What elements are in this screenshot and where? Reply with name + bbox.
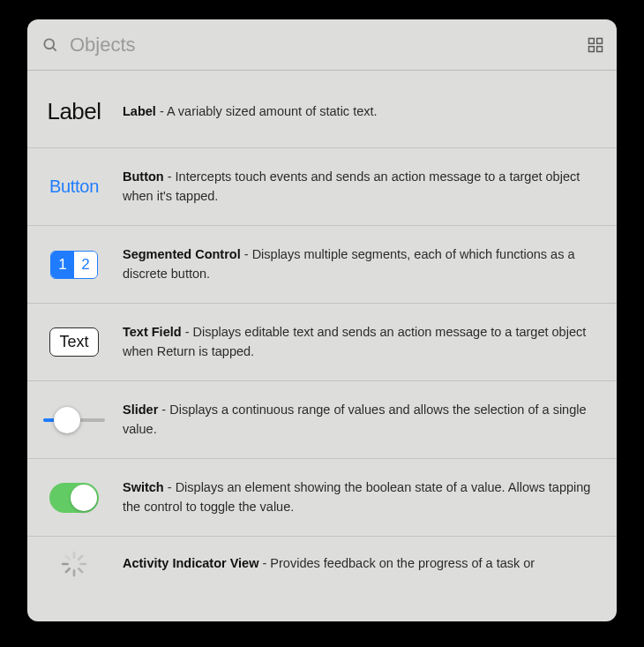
svg-line-9 (79, 568, 82, 572)
item-description: Button - Intercepts touch events and sen… (123, 168, 603, 205)
svg-line-1 (53, 47, 56, 50)
segmented-control-thumbnail: 1 2 (38, 251, 110, 279)
item-description: Segmented Control - Displays multiple se… (123, 245, 603, 282)
object-list[interactable]: Label Label - A variably sized amount of… (27, 71, 617, 621)
list-item[interactable]: Activity Indicator View - Provides feedb… (27, 537, 617, 579)
svg-rect-3 (597, 38, 603, 43)
list-item[interactable]: Button Button - Intercepts touch events … (27, 148, 617, 226)
list-item[interactable]: Text Text Field - Displays editable text… (27, 304, 617, 381)
spinner-thumbnail (38, 549, 110, 579)
svg-line-7 (79, 556, 82, 560)
spinner-icon (59, 549, 89, 579)
search-input[interactable] (68, 33, 587, 57)
svg-rect-2 (589, 38, 595, 43)
svg-line-13 (66, 556, 70, 560)
item-description: Activity Indicator View - Provides feedb… (123, 554, 535, 573)
switch-thumbnail (38, 483, 110, 513)
button-thumbnail: Button (38, 177, 110, 197)
list-item[interactable]: 1 2 Segmented Control - Displays multipl… (27, 226, 617, 304)
object-library-panel: Label Label - A variably sized amount of… (27, 19, 617, 621)
svg-point-0 (44, 39, 54, 49)
text-field-thumbnail: Text (38, 327, 110, 357)
list-item[interactable]: Label Label - A variably sized amount of… (27, 71, 617, 148)
slider-thumbnail (38, 407, 110, 433)
item-description: Switch - Displays an element showing the… (123, 478, 603, 515)
item-description: Slider - Displays a continuous range of … (123, 401, 603, 438)
svg-rect-5 (597, 46, 603, 51)
label-thumbnail: Label (38, 98, 110, 125)
svg-line-11 (66, 568, 70, 572)
item-description: Label - A variably sized amount of stati… (123, 102, 378, 121)
svg-rect-4 (589, 46, 595, 51)
item-description: Text Field - Displays editable text and … (123, 323, 603, 360)
search-icon (41, 36, 59, 54)
grid-view-icon[interactable] (587, 36, 604, 54)
list-item[interactable]: Slider - Displays a continuous range of … (27, 381, 617, 459)
search-bar (27, 19, 617, 71)
list-item[interactable]: Switch - Displays an element showing the… (27, 459, 617, 537)
